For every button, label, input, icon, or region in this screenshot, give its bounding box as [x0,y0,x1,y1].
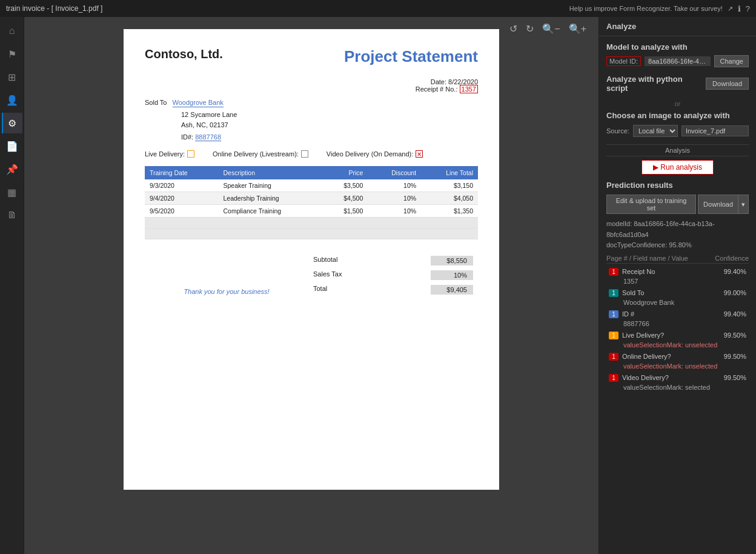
address-line1: 12 Sycamore Lane [181,110,478,120]
zoom-in-btn[interactable]: 🔍+ [566,22,589,36]
model-id-label: Model ID: [606,56,641,66]
external-link-icon: ↗ [728,5,733,13]
change-button[interactable]: Change [714,55,749,67]
or-divider: or [606,100,749,107]
result-1-value: 1357 [606,278,749,286]
viewer-toolbar: ↺ ↻ 🔍− 🔍+ [507,22,589,36]
result-row-1-main[interactable]: 1 Receipt No 99.40% [606,266,749,278]
result-row-3-main[interactable]: 1 ID # 99.40% [606,309,749,320]
row3-discount: 10% [368,205,421,218]
document-viewer: ↺ ↻ 🔍− 🔍+ Contoso, Ltd. Project Statemen… [24,17,598,554]
result-5-value: valueSelectionMark: unselected [606,362,749,371]
run-analysis-button[interactable]: ▶ Run analysis [642,160,714,175]
subtotal-value: $8,550 [431,256,473,265]
model-id-row: Model ID: 8aa16866-16fe-44ca-b13a-8bfc6a… [606,55,749,67]
result-5-field: Online Delivery? [622,353,720,360]
sidebar-icon-layout[interactable]: ⊞ [2,67,22,87]
live-delivery-label: Live Delivery: [145,150,185,158]
model-section: Model to analyze with Model ID: 8aa16866… [606,42,749,67]
edit-upload-button[interactable]: Edit & upload to training set [606,195,696,214]
model-info-conf-value: 95.80% [669,241,691,249]
row3-total: $1,350 [421,205,478,218]
sidebar-icon-home[interactable]: ⌂ [2,21,22,41]
row2-desc: Leadership Training [218,192,323,205]
download-split-button: Download ▾ [698,195,749,214]
invoice-meta: Date: 8/22/2020 Receipt # No.: 1357 [145,78,478,93]
sidebar-icon-person[interactable]: 👤 [2,90,22,110]
download-python-button[interactable]: Download [706,78,749,90]
prediction-buttons: Edit & upload to training set Download ▾ [606,195,749,214]
online-delivery-label: Online Delivery (Livestream): [213,150,299,158]
row3-desc: Compliance Training [218,205,323,218]
online-delivery-checkbox [301,150,308,158]
sidebar-icon-grid[interactable]: ▦ [2,182,22,202]
model-info-conf-label: docTypeConfidence: [606,241,669,249]
result-row-4: 1 Live Delivery? 99.50% valueSelectionMa… [606,330,749,350]
sidebar-icon-settings[interactable]: ⚙ [2,113,22,133]
result-3-value: 8887766 [606,320,749,329]
result-6-conf: 99.50% [724,374,746,381]
result-row-3: 1 ID # 99.40% 8887766 [606,309,749,329]
row3-price: $1,500 [323,205,368,218]
redo-btn[interactable]: ↻ [523,22,536,36]
source-label: Source: [606,127,629,135]
info-icon[interactable]: ℹ [738,4,741,13]
result-1-field: Receipt No [622,268,720,275]
sidebar-icon-document[interactable]: 📄 [2,136,22,156]
delivery-section: Live Delivery: Online Delivery (Livestre… [145,150,478,158]
col-date: Training Date [145,166,218,179]
date-label: Date: [431,78,446,85]
download-caret-button[interactable]: ▾ [738,195,749,214]
source-row: Source: Local file Invoice_7.pdf [606,125,749,137]
result-6-badge: 1 [609,374,618,382]
result-3-field: ID # [622,310,720,318]
address-block: 12 Sycamore Lane Ash, NC, 02137 [181,110,478,130]
col-desc: Description [218,166,323,179]
choose-section: Choose an image to analyze with Source: … [606,111,749,137]
live-delivery-checkbox [187,150,194,158]
online-delivery-item: Online Delivery (Livestream): [213,150,308,158]
row2-price: $4,500 [323,192,368,205]
result-row-6-main[interactable]: 1 Video Delivery? 99.50% [606,372,749,384]
result-row-4-main[interactable]: 1 Live Delivery? 99.50% [606,330,749,341]
receipt-label: Receipt # No.: [416,85,458,93]
undo-btn[interactable]: ↺ [507,22,520,36]
totals-section: Subtotal $8,550 Sales Tax 10% Total $9,4… [308,254,478,298]
id-value: 8887768 [195,133,221,141]
prediction-title: Prediction results [606,181,749,190]
model-info-id-label: modelId: [606,220,634,227]
sold-to-label: Sold To [145,99,167,106]
download-main-button[interactable]: Download [698,195,738,214]
sidebar-icon-file[interactable]: 🗎 [2,205,22,225]
sidebar: ⌂ ⚑ ⊞ 👤 ⚙ 📄 📌 ▦ 🗎 [0,17,24,554]
top-bar: train invoice - [ Invoice_1.pdf ] Help u… [0,0,756,17]
result-row-5-main[interactable]: 1 Online Delivery? 99.50% [606,351,749,362]
result-row-2-main[interactable]: 1 Sold To 99.00% [606,287,749,299]
total-value: $9,405 [431,285,473,295]
company-name: Contoso, Ltd. [145,47,223,61]
result-2-badge: 1 [609,289,618,297]
sidebar-icon-flag[interactable]: ⚑ [2,44,22,64]
result-row-5: 1 Online Delivery? 99.50% valueSelection… [606,351,749,371]
result-3-badge: 1 [609,310,618,318]
invoice-table: Training Date Description Price Discount… [145,166,478,239]
result-2-conf: 99.00% [724,289,746,296]
row2-date: 9/4/2020 [145,192,218,205]
result-row-2: 1 Sold To 99.00% Woodgrove Bank [606,287,749,307]
model-id-value: 8aa16866-16fe-44ca-b13a-8bfc6a... [645,56,711,66]
table-row: 9/5/2020 Compliance Training $1,500 10% … [145,205,478,218]
result-6-field: Video Delivery? [622,374,720,381]
receipt-value: 1357 [460,85,478,93]
row1-price: $3,500 [323,179,368,192]
result-3-conf: 99.40% [724,310,746,318]
prediction-section: Prediction results Edit & upload to trai… [606,181,749,392]
file-input-value[interactable]: Invoice_7.pdf [681,125,749,136]
row1-date: 9/3/2020 [145,179,218,192]
sidebar-icon-pin[interactable]: 📌 [2,159,22,179]
total-label: Total [313,285,327,295]
source-select[interactable]: Local file [633,125,678,137]
zoom-out-btn[interactable]: 🔍− [540,22,562,36]
table-row-empty [145,229,478,239]
sold-to-value: Woodgrove Bank [173,99,224,107]
help-icon[interactable]: ? [746,4,750,13]
